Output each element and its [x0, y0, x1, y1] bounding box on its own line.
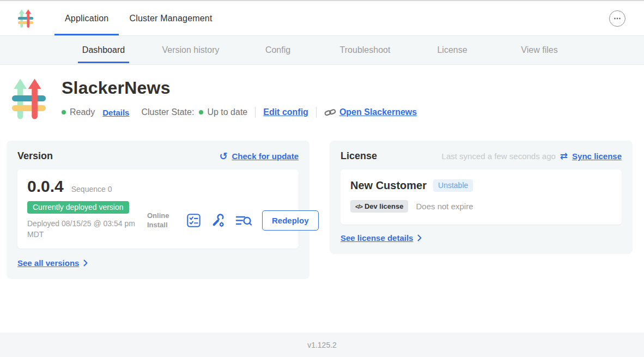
version-card-title: Version — [17, 150, 53, 162]
version-sequence: Sequence 0 — [71, 185, 112, 193]
top-header: Application Cluster Management — [0, 1, 644, 36]
preflight-checklist-icon[interactable] — [186, 213, 201, 228]
license-panel: New Customer Unstable </> Dev license Do… — [341, 170, 622, 225]
version-card: Version ↺ Check for update 0.0.4 Sequenc… — [7, 141, 309, 279]
current-version-panel: 0.0.4 Sequence 0 Currently deployed vers… — [17, 170, 299, 249]
admin-console-version: v1.125.2 — [307, 341, 337, 349]
chevron-right-icon — [417, 234, 422, 241]
tab-view-files[interactable]: View files — [496, 36, 583, 64]
tab-license[interactable]: License — [409, 36, 496, 64]
divider — [255, 107, 256, 118]
view-logs-icon[interactable] — [235, 214, 252, 227]
tab-cluster-management[interactable]: Cluster Management — [119, 1, 222, 35]
sync-license-link[interactable]: Sync license — [572, 152, 622, 161]
cluster-state-value: Up to date — [207, 107, 247, 117]
open-app-link[interactable]: Open Slackernews — [339, 107, 417, 117]
status-details-link[interactable]: Details — [102, 108, 129, 117]
channel-badge: Unstable — [433, 179, 473, 192]
sync-arrows-icon: ⇄ — [560, 152, 568, 161]
tab-troubleshoot-label: Troubleshoot — [336, 37, 395, 63]
config-wrench-icon[interactable] — [211, 213, 226, 228]
app-status-dot — [62, 110, 66, 114]
tab-view-files-label: View files — [517, 37, 562, 63]
link-chain-icon — [324, 108, 336, 117]
tab-version-history-label: Version history — [158, 37, 224, 63]
tab-dashboard[interactable]: Dashboard — [60, 36, 147, 64]
more-menu-button[interactable] — [609, 10, 625, 27]
cluster-state-label: Cluster State: — [141, 107, 194, 117]
slackernews-logo-icon — [16, 9, 35, 28]
cluster-state-dot — [199, 110, 203, 114]
license-card-title: License — [341, 150, 377, 162]
deployed-timestamp: Deployed 08/15/25 @ 03:54 pm MDT — [27, 219, 147, 240]
tab-application[interactable]: Application — [54, 1, 119, 35]
app-status-row: Ready Details Cluster State: Up to date … — [62, 107, 417, 118]
app-sub-nav: Dashboard Version history Config Trouble… — [0, 36, 644, 65]
version-number: 0.0.4 — [27, 177, 64, 196]
app-header: SlackerNews Ready Details Cluster State:… — [0, 74, 644, 124]
license-expiry: Does not expire — [416, 202, 473, 211]
redeploy-button[interactable]: Redeploy — [262, 210, 319, 231]
customer-name: New Customer — [350, 179, 427, 192]
license-type-label: Dev license — [364, 202, 404, 210]
last-synced-text: Last synced a few seconds ago — [442, 152, 556, 161]
ellipsis-icon — [613, 14, 622, 23]
divider — [316, 107, 317, 118]
see-license-details-link[interactable]: See license details — [341, 233, 413, 243]
tab-config[interactable]: Config — [234, 36, 321, 64]
chevron-right-icon — [83, 259, 88, 267]
app-status-text: Ready — [70, 107, 95, 117]
tab-troubleshoot[interactable]: Troubleshoot — [321, 36, 409, 64]
license-card: License Last synced a few seconds ago ⇄ … — [330, 141, 633, 254]
license-type-badge: </> Dev license — [350, 200, 408, 213]
check-for-update-link[interactable]: Check for update — [232, 152, 299, 161]
slackernews-app-logo — [11, 74, 47, 124]
tab-version-history[interactable]: Version history — [147, 36, 234, 64]
dashboard-cards: Version ↺ Check for update 0.0.4 Sequenc… — [0, 141, 644, 279]
top-nav: Application Cluster Management — [54, 1, 223, 35]
see-all-versions-link[interactable]: See all versions — [17, 258, 79, 268]
install-type-label: Online Install — [147, 211, 177, 229]
app-footer: v1.125.2 — [0, 332, 644, 357]
refresh-icon: ↺ — [219, 152, 227, 161]
tab-license-label: License — [433, 37, 471, 63]
code-icon: </> — [355, 203, 362, 210]
main-content: SlackerNews Ready Details Cluster State:… — [0, 65, 644, 332]
currently-deployed-badge: Currently deployed version — [27, 201, 129, 214]
tab-config-label: Config — [261, 37, 295, 63]
page-title: SlackerNews — [62, 78, 417, 98]
edit-config-link[interactable]: Edit config — [263, 107, 308, 117]
tab-dashboard-label: Dashboard — [78, 37, 129, 63]
